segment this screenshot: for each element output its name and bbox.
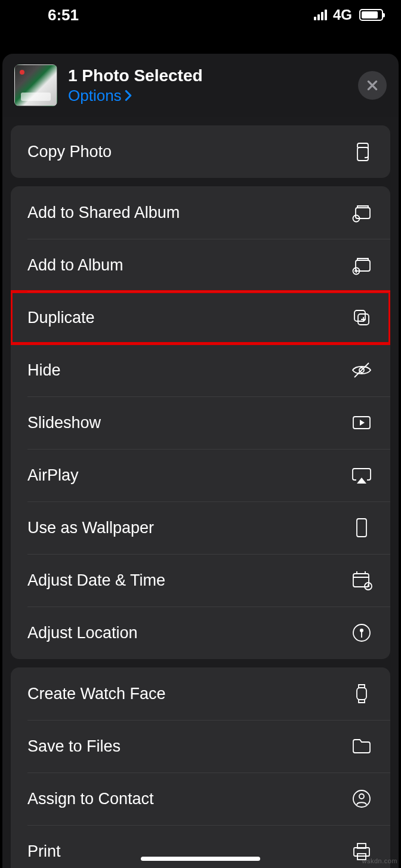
- adjust-date-item[interactable]: Adjust Date & Time: [11, 554, 390, 607]
- assign-contact-label: Assign to Contact: [27, 790, 154, 808]
- close-button[interactable]: [358, 71, 387, 100]
- duplicate-icon: [348, 304, 375, 331]
- contact-icon: [348, 786, 375, 812]
- copy-photo-item[interactable]: Copy Photo: [11, 125, 390, 178]
- adjust-location-label: Adjust Location: [27, 624, 138, 642]
- duplicate-item[interactable]: Duplicate: [11, 291, 390, 344]
- copy-photo-label: Copy Photo: [27, 143, 112, 161]
- network-type: 4G: [333, 7, 352, 23]
- status-indicators: 4G: [314, 7, 383, 23]
- cellular-signal-icon: [314, 10, 327, 20]
- print-item[interactable]: Print: [11, 825, 390, 868]
- calendar-clock-icon: [348, 567, 375, 593]
- save-files-item[interactable]: Save to Files: [11, 720, 390, 772]
- sheet-header: 1 Photo Selected Options: [2, 54, 399, 117]
- slideshow-item[interactable]: Slideshow: [11, 396, 390, 449]
- save-files-label: Save to Files: [27, 737, 121, 756]
- watermark: wskdn.com: [362, 857, 397, 864]
- svg-rect-17: [354, 848, 369, 856]
- selection-title: 1 Photo Selected: [68, 66, 347, 85]
- watch-face-label: Create Watch Face: [27, 685, 166, 703]
- home-indicator[interactable]: [141, 857, 260, 861]
- svg-rect-3: [356, 260, 370, 271]
- print-label: Print: [27, 842, 61, 861]
- phone-icon: [348, 515, 375, 541]
- slideshow-icon: [348, 410, 375, 436]
- hide-item[interactable]: Hide: [11, 344, 390, 396]
- add-shared-album-label: Add to Shared Album: [27, 204, 180, 222]
- assign-contact-item[interactable]: Assign to Contact: [11, 772, 390, 825]
- svg-point-13: [360, 629, 363, 632]
- action-group-1: Copy Photo: [11, 125, 390, 178]
- adjust-location-item[interactable]: Adjust Location: [11, 607, 390, 659]
- add-album-item[interactable]: Add to Album: [11, 239, 390, 291]
- hide-label: Hide: [27, 361, 61, 380]
- airplay-icon: [348, 462, 375, 488]
- options-label: Options: [68, 87, 122, 105]
- action-group-2: Add to Shared Album Add to Album Duplica…: [11, 186, 390, 659]
- action-group-3: Create Watch Face Save to Files Assign t…: [11, 667, 390, 868]
- airplay-item[interactable]: AirPlay: [11, 449, 390, 501]
- wallpaper-label: Use as Wallpaper: [27, 519, 154, 537]
- copy-photo-icon: [348, 138, 375, 165]
- close-icon: [366, 79, 379, 92]
- svg-rect-14: [357, 688, 366, 700]
- svg-rect-1: [356, 208, 370, 218]
- actions-container: Copy Photo Add to Shared Album Add to Al…: [2, 117, 399, 868]
- svg-rect-9: [357, 519, 366, 537]
- add-album-label: Add to Album: [27, 256, 124, 275]
- svg-rect-10: [353, 574, 369, 587]
- slideshow-label: Slideshow: [27, 414, 101, 432]
- options-button[interactable]: Options: [68, 87, 347, 105]
- folder-icon: [348, 733, 375, 759]
- add-album-icon: [348, 252, 375, 278]
- battery-icon: [359, 9, 383, 21]
- duplicate-label: Duplicate: [27, 309, 95, 327]
- shared-album-icon: [348, 199, 375, 226]
- status-time: 6:51: [48, 6, 79, 24]
- photo-thumbnail[interactable]: [14, 64, 57, 106]
- location-pin-icon: [348, 620, 375, 646]
- watch-icon: [348, 681, 375, 707]
- airplay-label: AirPlay: [27, 466, 79, 485]
- chevron-right-icon: [124, 90, 132, 101]
- adjust-date-label: Adjust Date & Time: [27, 571, 165, 590]
- add-shared-album-item[interactable]: Add to Shared Album: [11, 186, 390, 239]
- watch-face-item[interactable]: Create Watch Face: [11, 667, 390, 720]
- hide-icon: [348, 357, 375, 383]
- svg-rect-0: [357, 147, 368, 161]
- svg-point-16: [359, 794, 364, 799]
- wallpaper-item[interactable]: Use as Wallpaper: [11, 501, 390, 554]
- share-sheet: 1 Photo Selected Options Copy Photo Add …: [2, 54, 399, 868]
- status-bar: 6:51 4G: [0, 0, 401, 30]
